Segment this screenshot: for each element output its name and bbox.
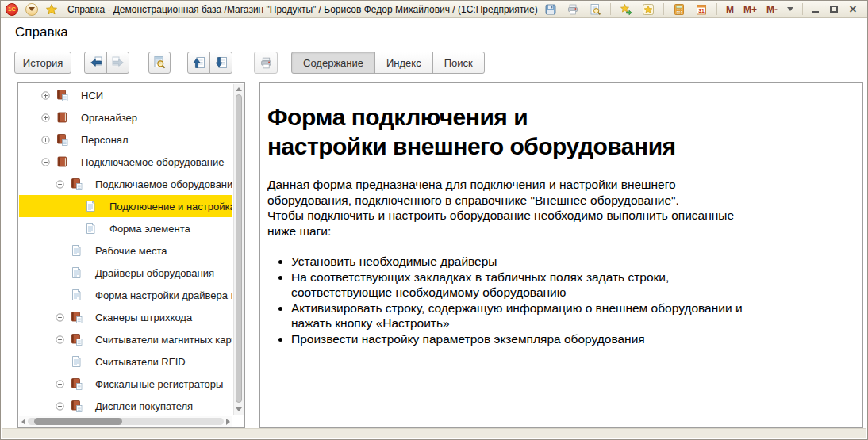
expand-icon[interactable]	[56, 402, 64, 411]
article-title: Форма подключения инастройки внешнего об…	[267, 102, 850, 161]
scrollbar-corner	[232, 415, 244, 427]
onec-logo-icon: 1С	[6, 3, 18, 16]
forward-button[interactable]	[106, 52, 129, 74]
tree-item-label: Персонал	[81, 134, 129, 146]
tree-horizontal-scrollbar[interactable]	[19, 416, 232, 427]
calendar-button[interactable]: 31	[692, 2, 711, 17]
memory-add-button[interactable]: M+	[740, 4, 760, 15]
tree-item[interactable]: Считыватели RFID	[19, 350, 232, 373]
window-bottom-edge	[2, 428, 866, 438]
minimize-button[interactable]	[805, 2, 824, 17]
favorites-star-icon[interactable]	[45, 3, 58, 16]
tree-item[interactable]: Рабочие места	[19, 239, 232, 262]
collapse-icon[interactable]	[41, 158, 50, 166]
tree-item-label: Считыватели RFID	[95, 356, 186, 368]
goto-link-icon	[620, 3, 632, 16]
tree-item[interactable]: Форма элемента	[19, 217, 232, 239]
expand-icon[interactable]	[56, 335, 64, 344]
scroll-right-icon[interactable]	[226, 419, 230, 425]
chevron-down-icon[interactable]	[787, 7, 793, 11]
close-button[interactable]: ×	[843, 2, 862, 17]
tab-search[interactable]: Поиск	[432, 52, 485, 74]
paragraph-line: оборудования, подключенного в справочник…	[267, 193, 850, 209]
tree-item[interactable]: Дисплеи покупателя	[19, 395, 232, 415]
separator	[802, 3, 803, 15]
title-bar: 1С Справка - Демонстрационная база /Мага…	[1, 1, 867, 18]
tree-item-label: Фискальные регистраторы	[95, 378, 223, 390]
article-title-line: настройки внешнего оборудования	[267, 132, 850, 161]
book-page-icon	[70, 400, 83, 412]
tree-item-label: Подключение и настройка об	[109, 201, 232, 212]
tree-item-label: Считыватели магнитных карт	[95, 334, 232, 346]
paragraph-line: Чтобы подключить и настроить оборудовани…	[267, 208, 850, 224]
tree-item-label: Форма настройки драйвера подн	[95, 289, 232, 301]
expand-icon[interactable]	[41, 136, 50, 144]
tree-item[interactable]: Органайзер	[19, 106, 232, 128]
book-icon	[56, 155, 68, 168]
tree-item[interactable]: Сканеры штрихкода	[19, 306, 232, 328]
previous-topic-button[interactable]	[187, 52, 210, 74]
tree-item[interactable]: Персонал	[19, 128, 232, 151]
maximize-icon	[830, 6, 838, 13]
tree-item[interactable]: Форма настройки драйвера подн	[19, 284, 232, 306]
expand-icon[interactable]	[56, 380, 64, 388]
add-to-favorites-button[interactable]	[639, 2, 658, 17]
print-button[interactable]	[254, 52, 278, 74]
book-icon	[56, 111, 68, 124]
collapse-icon[interactable]	[56, 180, 64, 189]
print-icon	[259, 56, 273, 70]
maximize-button[interactable]	[824, 2, 843, 17]
tree-item[interactable]: Подключение и настройка об	[19, 195, 232, 217]
history-button[interactable]: История	[14, 52, 71, 74]
article-title-line: Форма подключения и	[267, 102, 850, 132]
memory-recall-button[interactable]: M	[723, 4, 737, 15]
goto-link-button[interactable]	[616, 2, 636, 17]
scroll-up-icon[interactable]	[234, 84, 244, 94]
back-icon	[89, 55, 103, 70]
print-button[interactable]	[563, 2, 582, 17]
tree-item-label: Подключаемое оборудование	[81, 156, 225, 168]
expand-icon[interactable]	[41, 113, 50, 122]
article-bullet-list: Установить необходимые драйверыНа соотве…	[267, 254, 850, 346]
find-on-page-button[interactable]	[148, 52, 171, 74]
list-item: Активизировать строку, содержащую информ…	[291, 300, 755, 331]
save-icon	[544, 3, 557, 16]
book-page-icon	[56, 89, 68, 101]
page-icon	[84, 200, 97, 212]
separator	[610, 3, 611, 15]
main-menu-button[interactable]	[25, 3, 38, 16]
page-icon	[84, 222, 97, 235]
help-content-panel: Форма подключения инастройки внешнего об…	[259, 82, 863, 428]
tab-contents[interactable]: Содержание	[291, 52, 375, 74]
tree-vertical-scrollbar[interactable]	[233, 84, 244, 415]
list-item: Установить необходимые драйверы	[291, 254, 755, 270]
vertical-scroll-thumb[interactable]	[236, 94, 242, 403]
calculator-button[interactable]	[670, 2, 689, 17]
scroll-down-icon[interactable]	[234, 404, 244, 414]
horizontal-scroll-thumb[interactable]	[34, 418, 122, 425]
help-mode-tabs: СодержаниеИндексПоиск	[291, 52, 485, 74]
save-button[interactable]	[541, 2, 560, 17]
expand-icon[interactable]	[41, 91, 50, 100]
scroll-left-icon[interactable]	[21, 419, 25, 425]
next-topic-button[interactable]	[209, 52, 232, 74]
expand-icon[interactable]	[56, 313, 64, 322]
print-preview-button[interactable]	[586, 2, 605, 17]
tree-item[interactable]: Драйверы оборудования	[19, 262, 232, 284]
minimize-icon	[812, 11, 819, 13]
tree-item[interactable]: НСИ	[19, 84, 232, 106]
tree-item[interactable]: Фискальные регистраторы	[19, 373, 232, 395]
book-page-icon	[70, 311, 83, 323]
page-icon	[70, 289, 83, 301]
print-icon	[567, 3, 579, 16]
page-title: Справка	[15, 25, 68, 40]
back-button[interactable]	[84, 52, 107, 74]
list-item: На соответствующих закладках в табличных…	[291, 270, 755, 300]
memory-subtract-button[interactable]: M-	[763, 4, 781, 15]
tree-item[interactable]: Подключаемое оборудование	[19, 151, 232, 173]
tree-item-label: Форма элемента	[109, 223, 190, 235]
tree-item[interactable]: Считыватели магнитных карт	[19, 328, 232, 350]
paragraph-line: ниже шаги:	[267, 224, 850, 239]
tree-item[interactable]: Подключаемое оборудование	[19, 173, 232, 195]
tab-index[interactable]: Индекс	[374, 52, 433, 74]
